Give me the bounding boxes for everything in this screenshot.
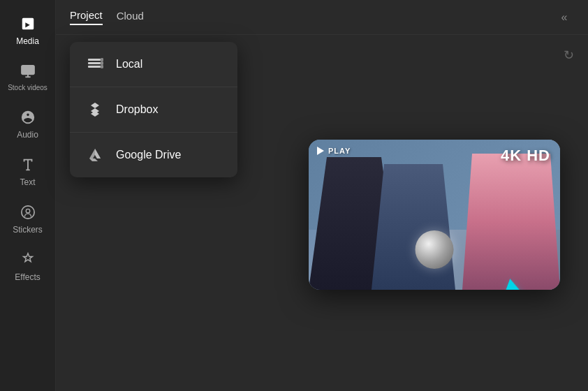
sidebar-item-stickers[interactable]: Stickers <box>0 194 55 242</box>
video-thumbnail: PLAY 4K HD <box>309 140 560 290</box>
sidebar-item-label: Audio <box>17 130 38 140</box>
stickers-icon <box>18 202 38 222</box>
svg-point-10 <box>101 61 104 65</box>
sidebar-item-effects[interactable]: Effects <box>0 242 55 289</box>
svg-rect-0 <box>21 66 34 75</box>
svg-rect-7 <box>88 62 102 64</box>
dropbox-label: Dropbox <box>116 103 158 116</box>
stock-videos-icon <box>18 61 38 81</box>
svg-point-11 <box>101 65 104 68</box>
sidebar-item-label: Text <box>20 177 35 187</box>
sidebar-item-stock-videos[interactable]: Stock videos <box>0 53 55 99</box>
dropbox-icon <box>85 100 105 119</box>
dropdown-item-dropbox[interactable]: Dropbox <box>70 87 237 133</box>
sidebar: Media Stock videos Audio Text Stickers E… <box>0 0 56 391</box>
refresh-button[interactable]: ↻ <box>564 47 574 63</box>
sidebar-item-label: Media <box>16 36 39 46</box>
disco-ball <box>416 230 454 269</box>
effects-icon <box>18 250 38 270</box>
person-right <box>462 154 560 290</box>
dropdown-item-local[interactable]: Local <box>70 42 237 87</box>
collapse-button[interactable]: « <box>554 8 574 27</box>
main-panel: Project Cloud « Upload ∧ ↻ <box>56 0 588 391</box>
svg-point-4 <box>21 206 34 219</box>
text-icon <box>18 155 38 175</box>
sidebar-item-media[interactable]: Media <box>0 6 55 53</box>
play-overlay: PLAY <box>317 147 351 155</box>
google-drive-icon <box>85 145 105 165</box>
upload-dropdown-menu: Local Dropbox Google Drive <box>70 42 237 177</box>
local-icon <box>85 54 105 74</box>
google-drive-label: Google Drive <box>116 149 181 161</box>
quality-badge: 4K HD <box>501 147 550 165</box>
person-center <box>372 164 455 290</box>
play-label: PLAY <box>328 147 351 155</box>
audio-icon <box>18 108 38 127</box>
tab-cloud[interactable]: Cloud <box>117 10 144 24</box>
svg-point-5 <box>26 209 30 213</box>
svg-point-9 <box>101 58 104 61</box>
tab-project[interactable]: Project <box>70 9 103 25</box>
video-card[interactable]: PLAY 4K HD <box>309 140 560 290</box>
dropdown-item-google-drive[interactable]: Google Drive <box>70 133 237 177</box>
sidebar-item-audio[interactable]: Audio <box>0 99 55 147</box>
sidebar-item-label: Effects <box>15 272 40 282</box>
svg-rect-8 <box>88 66 102 68</box>
sidebar-item-text[interactable]: Text <box>0 147 55 194</box>
svg-rect-6 <box>88 59 102 61</box>
sidebar-item-label: Stickers <box>13 225 43 235</box>
media-icon <box>18 14 38 34</box>
sidebar-item-label: Stock videos <box>8 84 47 92</box>
header-tabs: Project Cloud « <box>56 0 588 35</box>
local-label: Local <box>116 58 142 71</box>
play-triangle-icon <box>317 147 324 155</box>
